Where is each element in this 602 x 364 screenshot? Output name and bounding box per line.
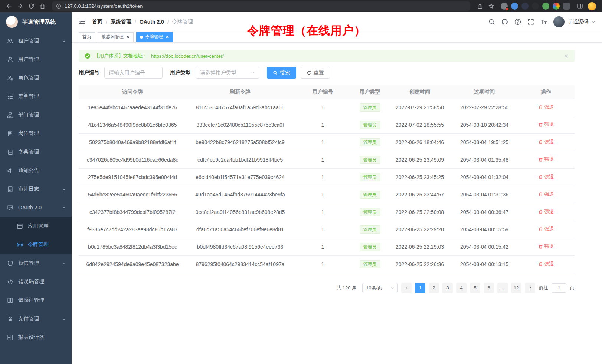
sidebar-item-report-designer[interactable]: 报表设计器 (0, 328, 72, 347)
extension-icon[interactable] (511, 3, 518, 10)
github-icon[interactable] (501, 19, 508, 25)
user-id-cell: 1 (294, 116, 351, 133)
back-icon[interactable] (4, 1, 14, 11)
fullscreen-icon[interactable] (527, 19, 534, 25)
sidebar-toggle-icon[interactable] (575, 1, 585, 11)
refresh-token-cell: 811c530487574fa0af1a59d3abc1aa66 (186, 99, 294, 116)
extension-icon[interactable] (521, 3, 529, 10)
breadcrumb-home[interactable]: 首页 (92, 19, 102, 25)
more-pages-button[interactable]: ... (497, 283, 508, 293)
search-icon[interactable] (488, 19, 495, 25)
next-page-button[interactable] (525, 283, 535, 293)
page-button-4[interactable]: 4 (456, 283, 467, 293)
sidebar-item-role[interactable]: 角色管理 (0, 69, 72, 87)
table-row: c342377bf8b344799dcbf7bf095287f2 9ce8ef2… (79, 203, 575, 221)
action-cell: 强退 (517, 151, 575, 168)
table-row: b0d1785bc3a8482f812db4a3f3bd15ec b0df498… (79, 238, 575, 255)
sidebar-item-post[interactable]: 岗位管理 (0, 124, 72, 143)
force-logout-button[interactable]: 强退 (538, 208, 554, 215)
breadcrumb-system[interactable]: 系统管理 (111, 19, 131, 25)
breadcrumb-oauth[interactable]: OAuth 2.0 (140, 19, 164, 25)
extension-icon[interactable] (553, 3, 560, 10)
browser-profile-avatar[interactable] (588, 2, 596, 10)
sidebar-item-notice[interactable]: 通知公告 (0, 161, 72, 180)
home-icon[interactable] (37, 1, 48, 11)
sidebar-item-dict[interactable]: 字典管理 (0, 143, 72, 161)
tab-token[interactable]: 令牌管理 (136, 32, 173, 42)
bookmark-star-icon[interactable] (486, 1, 496, 11)
table-row: c347026e805e4d99b0d116eae66eda8c cdfc4ce… (79, 151, 575, 168)
user-menu[interactable]: 芋道源码 (553, 16, 595, 27)
user-type-select[interactable]: 请选择用户类型 (196, 67, 259, 79)
sidebar-item-sms[interactable]: 短信管理 (0, 254, 72, 272)
page-button-2[interactable]: 2 (429, 283, 439, 293)
user-id-input[interactable] (104, 67, 163, 79)
reset-button[interactable]: 重置 (301, 67, 330, 79)
extension-icon[interactable] (542, 3, 549, 10)
doc-link[interactable]: https://doc.iocoder.cn/user-center/ (151, 53, 224, 59)
breadcrumb-current: 令牌管理 (172, 19, 193, 25)
sidebar-item-oauth-token[interactable]: 令牌管理 (0, 235, 72, 254)
page-button-5[interactable]: 5 (470, 283, 480, 293)
forward-icon[interactable] (15, 1, 25, 11)
extension-icon[interactable] (563, 3, 570, 10)
page-button-3[interactable]: 3 (442, 283, 453, 293)
sidebar-item-tenant[interactable]: 租户管理 (0, 32, 72, 50)
user-type-badge: 管理员 (360, 208, 380, 216)
force-logout-button[interactable]: 强退 (538, 261, 554, 267)
close-icon[interactable] (165, 35, 169, 39)
force-logout-button[interactable]: 强退 (538, 121, 554, 128)
list-icon (7, 93, 13, 100)
page-button-1[interactable]: 1 (415, 283, 425, 293)
table-row: f9336e7c7dd242a283ee98dc86b17a87 dfa6c71… (79, 221, 575, 238)
col-user-id: 用户编号 (294, 85, 351, 99)
force-logout-button[interactable]: 强退 (538, 243, 554, 250)
force-logout-button[interactable]: 强退 (538, 173, 554, 180)
force-logout-button[interactable]: 强退 (538, 156, 554, 163)
page-button-12[interactable]: 12 (511, 283, 521, 293)
org-tree-icon (7, 112, 13, 118)
help-icon[interactable] (514, 19, 521, 25)
sidebar-item-audit-log[interactable]: 审计日志 (0, 180, 72, 198)
sidebar-item-dept[interactable]: 部门管理 (0, 106, 72, 124)
tab-home[interactable]: 首页 (79, 32, 95, 42)
app-title: 芋道管理系统 (22, 19, 56, 26)
sidebar-item-user[interactable]: 用户管理 (0, 50, 72, 69)
hamburger-fold-icon[interactable] (78, 18, 86, 26)
force-logout-button[interactable]: 强退 (538, 139, 554, 145)
font-size-icon[interactable] (540, 19, 547, 25)
user-id-cell: 1 (294, 203, 351, 221)
table-row: 1ea5e44f8bc1467aaede43144f31de76 811c530… (79, 99, 575, 116)
prev-page-button[interactable] (401, 283, 412, 293)
sidebar-item-oauth[interactable]: OAuth 2.0 (0, 198, 72, 217)
badge-icon (7, 130, 13, 137)
chevron-down-icon (62, 317, 66, 321)
close-icon[interactable] (126, 35, 130, 39)
sidebar-item-oauth-app[interactable]: 应用管理 (0, 217, 72, 235)
chevron-down-icon (251, 71, 255, 75)
force-logout-button[interactable]: 强退 (538, 104, 554, 110)
active-dot (140, 36, 143, 39)
force-logout-button[interactable]: 强退 (538, 191, 554, 198)
sidebar-item-error-code[interactable]: 错误码管理 (0, 272, 72, 291)
sidebar-item-menu[interactable]: 菜单管理 (0, 87, 72, 106)
sidebar-item-sensitive-word[interactable]: 敏感词管理 (0, 291, 72, 310)
avatar (553, 16, 565, 27)
share-icon[interactable] (475, 1, 485, 11)
tab-sensitive-word[interactable]: 敏感词管理 (98, 32, 134, 42)
user-type-cell: 管理员 (351, 151, 388, 168)
sidebar-item-pay[interactable]: 支付管理 (0, 310, 72, 328)
force-logout-button[interactable]: 强退 (538, 226, 554, 232)
app-logo[interactable]: 芋道管理系统 (0, 12, 72, 32)
address-bar[interactable]: 127.0.0.1:1024/system/oauth2/token (52, 1, 470, 11)
page-size-select[interactable]: 10条/页 (362, 283, 398, 293)
announcement-icon (7, 168, 13, 174)
goto-page-input[interactable] (552, 283, 566, 293)
search-button[interactable]: 搜索 (267, 67, 296, 79)
extension-icon[interactable] (532, 3, 539, 10)
extension-icon[interactable] (501, 3, 508, 10)
page-button-6[interactable]: 6 (484, 283, 494, 293)
success-check-icon (85, 53, 91, 59)
alert-close-icon[interactable] (564, 54, 569, 59)
reload-icon[interactable] (26, 1, 36, 11)
